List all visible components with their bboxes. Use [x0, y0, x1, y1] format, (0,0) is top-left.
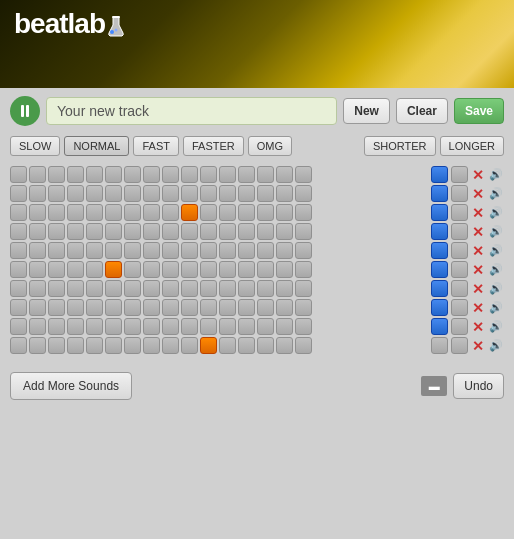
grid-cell[interactable] — [181, 299, 198, 316]
grid-cell[interactable] — [67, 223, 84, 240]
grid-cell[interactable] — [219, 261, 236, 278]
grid-cell[interactable] — [143, 242, 160, 259]
grid-cell[interactable] — [200, 337, 217, 354]
grid-cell[interactable] — [143, 318, 160, 335]
grid-cell[interactable] — [276, 280, 293, 297]
grid-cell[interactable] — [29, 299, 46, 316]
row-volume-button[interactable]: 🔊 — [488, 205, 504, 221]
grid-cell[interactable] — [162, 280, 179, 297]
grid-cell[interactable] — [67, 185, 84, 202]
grid-cell[interactable] — [124, 280, 141, 297]
grid-cell[interactable] — [10, 337, 27, 354]
grid-cell[interactable] — [295, 242, 312, 259]
grid-cell[interactable] — [200, 318, 217, 335]
grid-cell[interactable] — [86, 185, 103, 202]
row-volume-button[interactable]: 🔊 — [488, 338, 504, 354]
grid-cell[interactable] — [295, 261, 312, 278]
grid-cell[interactable] — [276, 204, 293, 221]
row-end-cell-blue[interactable] — [431, 280, 448, 297]
grid-cell[interactable] — [162, 242, 179, 259]
grid-cell[interactable] — [86, 204, 103, 221]
row-volume-button[interactable]: 🔊 — [488, 300, 504, 316]
grid-cell[interactable] — [257, 204, 274, 221]
grid-cell[interactable] — [48, 223, 65, 240]
grid-cell[interactable] — [295, 280, 312, 297]
row-volume-button[interactable]: 🔊 — [488, 262, 504, 278]
shorter-button[interactable]: SHORTER — [364, 136, 436, 156]
grid-cell[interactable] — [276, 337, 293, 354]
grid-cell[interactable] — [276, 261, 293, 278]
grid-cell[interactable] — [67, 280, 84, 297]
grid-cell[interactable] — [48, 318, 65, 335]
row-end-cell-gray[interactable] — [451, 280, 468, 297]
speed-omg-button[interactable]: OMG — [248, 136, 292, 156]
grid-cell[interactable] — [29, 223, 46, 240]
grid-cell[interactable] — [143, 204, 160, 221]
row-end-cell-gray[interactable] — [451, 223, 468, 240]
grid-cell[interactable] — [48, 280, 65, 297]
speed-faster-button[interactable]: FASTER — [183, 136, 244, 156]
row-delete-button[interactable]: ✕ — [470, 300, 486, 316]
grid-cell[interactable] — [29, 185, 46, 202]
pause-button[interactable] — [10, 96, 40, 126]
grid-cell[interactable] — [162, 299, 179, 316]
row-delete-button[interactable]: ✕ — [470, 243, 486, 259]
grid-cell[interactable] — [48, 261, 65, 278]
grid-cell[interactable] — [219, 299, 236, 316]
row-end-cell-blue[interactable] — [431, 261, 448, 278]
save-button[interactable]: Save — [454, 98, 504, 124]
grid-cell[interactable] — [219, 280, 236, 297]
grid-cell[interactable] — [257, 337, 274, 354]
grid-cell[interactable] — [257, 242, 274, 259]
grid-cell[interactable] — [295, 204, 312, 221]
row-volume-button[interactable]: 🔊 — [488, 224, 504, 240]
grid-cell[interactable] — [86, 280, 103, 297]
undo-button[interactable]: Undo — [453, 373, 504, 399]
grid-cell[interactable] — [257, 223, 274, 240]
grid-cell[interactable] — [200, 185, 217, 202]
grid-cell[interactable] — [29, 261, 46, 278]
row-end-cell-gray[interactable] — [451, 318, 468, 335]
row-end-cell-blue[interactable] — [431, 185, 448, 202]
grid-cell[interactable] — [162, 318, 179, 335]
grid-cell[interactable] — [295, 223, 312, 240]
grid-cell[interactable] — [238, 242, 255, 259]
grid-cell[interactable] — [124, 318, 141, 335]
grid-cell[interactable] — [219, 204, 236, 221]
row-volume-button[interactable]: 🔊 — [488, 167, 504, 183]
row-end-cell-blue[interactable] — [431, 223, 448, 240]
row-end-cell-blue[interactable] — [431, 318, 448, 335]
add-sounds-button[interactable]: Add More Sounds — [10, 372, 132, 400]
grid-cell[interactable] — [276, 242, 293, 259]
speed-normal-button[interactable]: NORMAL — [64, 136, 129, 156]
grid-cell[interactable] — [257, 166, 274, 183]
row-volume-button[interactable]: 🔊 — [488, 281, 504, 297]
grid-cell[interactable] — [29, 318, 46, 335]
grid-cell[interactable] — [200, 261, 217, 278]
grid-cell[interactable] — [219, 185, 236, 202]
row-end-cell-gray[interactable] — [451, 261, 468, 278]
grid-cell[interactable] — [162, 204, 179, 221]
grid-cell[interactable] — [67, 242, 84, 259]
row-end-cell-blue[interactable] — [431, 166, 448, 183]
row-delete-button[interactable]: ✕ — [470, 281, 486, 297]
grid-cell[interactable] — [238, 280, 255, 297]
grid-cell[interactable] — [105, 223, 122, 240]
row-end-cell-blue[interactable] — [431, 242, 448, 259]
grid-cell[interactable] — [124, 166, 141, 183]
grid-cell[interactable] — [105, 204, 122, 221]
grid-cell[interactable] — [67, 337, 84, 354]
row-end-cell-gray[interactable] — [451, 204, 468, 221]
grid-cell[interactable] — [162, 223, 179, 240]
grid-cell[interactable] — [48, 166, 65, 183]
grid-cell[interactable] — [29, 204, 46, 221]
grid-cell[interactable] — [257, 299, 274, 316]
grid-cell[interactable] — [10, 261, 27, 278]
grid-cell[interactable] — [143, 166, 160, 183]
grid-cell[interactable] — [238, 223, 255, 240]
grid-cell[interactable] — [295, 337, 312, 354]
grid-cell[interactable] — [219, 318, 236, 335]
grid-cell[interactable] — [200, 280, 217, 297]
grid-cell[interactable] — [181, 242, 198, 259]
grid-cell[interactable] — [238, 166, 255, 183]
